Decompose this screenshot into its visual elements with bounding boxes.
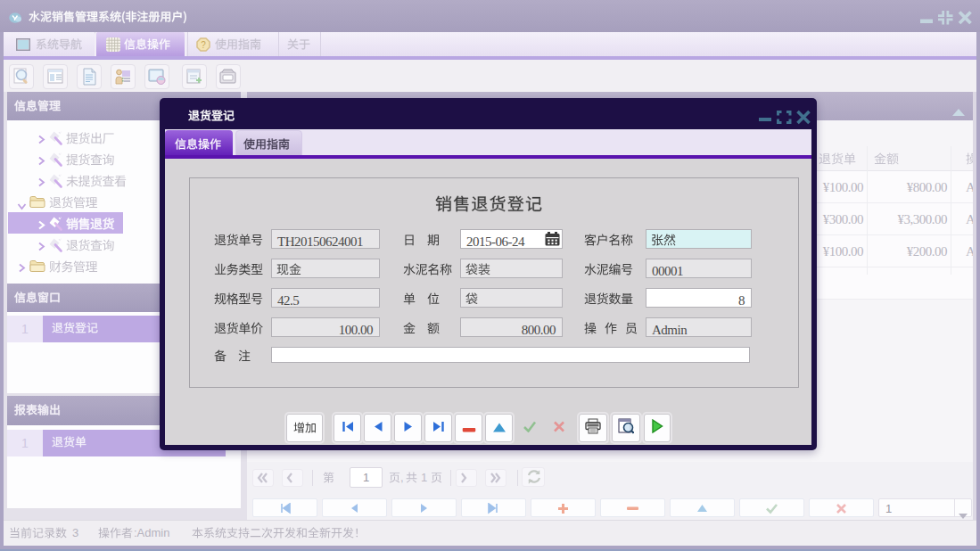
svg-text:?: ?: [201, 40, 206, 50]
